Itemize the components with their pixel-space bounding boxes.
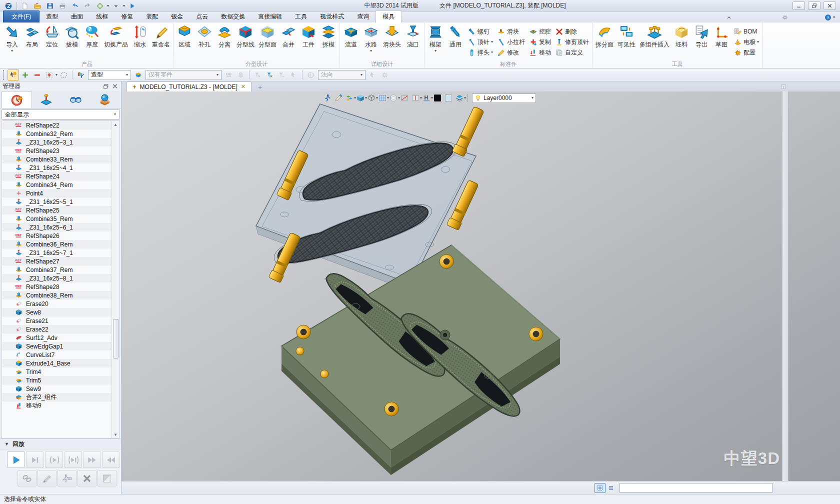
bell-icon[interactable] — [235, 70, 246, 80]
tree-item-Combine34_Rem[interactable]: Combine34_Rem — [2, 180, 112, 189]
manager-tab-assembly[interactable] — [32, 91, 62, 108]
collapse-ribbon-icon[interactable] — [724, 13, 734, 22]
ribbon-button-模架[interactable]: 模架▾ — [426, 22, 446, 60]
tree-item-Combine36_Rem[interactable]: Combine36_Rem — [2, 240, 112, 248]
tree-item-Combine35_Rem[interactable]: Combine35_Rem — [2, 214, 112, 223]
viewport-right-scrollbar[interactable] — [782, 92, 788, 481]
part-context-icon[interactable] — [132, 70, 144, 80]
tree-item-Erase21[interactable]: Erase21 — [2, 316, 112, 325]
tree-item-_Z31_16x25~5_1[interactable]: _Z31_16x25~5_1 — [2, 198, 112, 206]
ribbon-button-可见性[interactable]: 可见性 — [616, 22, 638, 60]
undo-icon[interactable] — [70, 1, 80, 11]
ribbon-button-浇口[interactable]: 浇口 — [403, 22, 423, 60]
tree-item-Surf12_Adv[interactable]: Surf12_Adv — [2, 334, 112, 342]
tree-item-Sew8[interactable]: Sew8 — [2, 308, 112, 316]
clip-b-button[interactable]: ▾ — [410, 93, 421, 103]
tree-item-移动9[interactable]: 移动9 — [2, 402, 112, 410]
tree-item-_Z31_16x25~6_1[interactable]: _Z31_16x25~6_1 — [2, 223, 112, 232]
tab-点云[interactable]: 点云 — [190, 11, 214, 22]
filter-color-icon[interactable] — [75, 70, 86, 80]
sphere-view-button[interactable]: ▾ — [388, 93, 399, 103]
ribbon-button-通用[interactable]: 通用 — [446, 22, 466, 60]
new-tab-button[interactable]: + — [254, 82, 266, 92]
clip-a-button[interactable] — [400, 93, 410, 103]
ribbon-button-删除[interactable]: 删除 — [555, 27, 589, 36]
ribbon-button-BOM[interactable]: BOM — [734, 27, 759, 36]
add-box-icon[interactable] — [44, 70, 55, 80]
play-button[interactable] — [7, 452, 25, 468]
tree-item-RefShape23[interactable]: REFRefShape23 — [2, 146, 112, 155]
filter-a-icon[interactable] — [252, 70, 264, 80]
save-icon[interactable] — [44, 1, 56, 11]
document-tab[interactable]: + MODELO_TUTORIAL.Z3 - [MOLDE] ✕ — [126, 82, 252, 92]
tree-item-Sew9[interactable]: Sew9 — [2, 384, 112, 393]
tree-item-Combine37_Rem[interactable]: Combine37_Rem — [2, 266, 112, 274]
debug-button[interactable] — [58, 470, 76, 486]
ribbon-button-导出[interactable]: 导出 — [692, 22, 712, 60]
half-section-button[interactable]: H▾ — [422, 93, 432, 103]
tree-item-Combine33_Rem[interactable]: Combine33_Rem — [2, 155, 112, 164]
del-x-button[interactable] — [78, 470, 96, 486]
tree-item-Erase22[interactable]: Erase22 — [2, 325, 112, 334]
manager-tab-glasses[interactable] — [61, 91, 90, 108]
ribbon-button-重命名[interactable]: 重命名 — [150, 22, 172, 60]
ribbon-button-工件[interactable]: 工件 — [298, 22, 318, 60]
lasso-icon[interactable] — [58, 70, 70, 80]
add-green-icon[interactable] — [20, 70, 31, 80]
min-button[interactable] — [792, 2, 805, 10]
tab-模具[interactable]: 模具 — [376, 10, 402, 23]
tab-修复[interactable]: 修复 — [114, 11, 140, 22]
ribbon-button-滑块[interactable]: 滑块 — [497, 27, 525, 36]
ribbon-button-合并[interactable]: 合并 — [278, 22, 298, 60]
panel-restore-icon[interactable] — [102, 83, 110, 90]
scroll-up-icon[interactable]: ▲ — [112, 121, 119, 128]
link-button[interactable] — [18, 470, 36, 486]
brush-button[interactable] — [334, 93, 344, 103]
viewport-canvas[interactable]: ▾▾▾▾▾▾H▾▾Layer0000▾ 中望3D — [122, 92, 840, 481]
ff-button[interactable] — [83, 452, 101, 468]
tree-item-RefShape27[interactable]: REFRefShape27 — [2, 257, 112, 266]
tree-item-_Z31_16x25~8_1[interactable]: _Z31_16x25~8_1 — [2, 274, 112, 282]
tree-item-Combine38_Rem[interactable]: Combine38_Rem — [2, 291, 112, 300]
solid-cube-button[interactable]: ▾ — [356, 93, 366, 103]
tab-装配[interactable]: 装配 — [140, 11, 164, 22]
layer-combo[interactable]: Layer0000▾ — [472, 94, 536, 103]
edit-button[interactable] — [38, 470, 56, 486]
app-logo-icon[interactable] — [3, 1, 14, 11]
ribbon-button-拔模[interactable]: 拔模 — [62, 22, 82, 60]
ribbon-button-配置[interactable]: 配置 — [734, 48, 759, 58]
paren-play2-button[interactable] — [64, 452, 82, 468]
tree-item-RefShape25[interactable]: REFRefShape25 — [2, 206, 112, 214]
filter-type-combo[interactable]: 造型▾ — [88, 70, 131, 80]
tree-item-SewEdgGap1[interactable]: SewEdgGap1 — [2, 342, 112, 350]
swatch-blue-button[interactable] — [444, 93, 454, 103]
ribbon-button-分离[interactable]: 分离 — [214, 22, 234, 60]
open-file-icon[interactable] — [32, 1, 43, 11]
tree-item-合并2_组件[interactable]: 合并2_组件 — [2, 393, 112, 402]
quick-menu-icon[interactable] — [110, 1, 122, 11]
tab-工具[interactable]: 工具 — [288, 11, 314, 22]
drag-handle[interactable] — [3, 70, 6, 80]
tab-造型[interactable]: 造型 — [40, 11, 64, 22]
tab-close-icon[interactable]: ✕ — [241, 84, 246, 90]
ribbon-button-切换产品[interactable]: 切换产品 — [102, 22, 130, 60]
ribbon-button-分型面[interactable]: 分型面 — [256, 22, 278, 60]
window-layout-icon[interactable] — [780, 82, 788, 90]
ribbon-button-顶针[interactable]: 顶针▾ — [468, 38, 493, 47]
paren-play-button[interactable] — [45, 452, 63, 468]
close-button[interactable] — [824, 2, 836, 10]
print-icon[interactable] — [57, 1, 68, 11]
tab-曲面[interactable]: 曲面 — [64, 11, 90, 22]
manager-tab-layers-tab[interactable] — [90, 91, 120, 108]
tree-item-_Z31_16x25~4_1[interactable]: _Z31_16x25~4_1 — [2, 164, 112, 172]
pick-arrow-icon[interactable] — [288, 70, 300, 80]
pick-arrow-icon[interactable] — [367, 70, 378, 80]
tab-数据交换[interactable]: 数据交换 — [214, 11, 252, 22]
rew-button[interactable] — [102, 452, 120, 468]
run-icon[interactable] — [126, 1, 138, 11]
ribbon-button-厚度[interactable]: ?厚度 — [82, 22, 102, 60]
pick-entity-icon[interactable] — [8, 70, 19, 80]
filter-c-icon[interactable] — [276, 70, 288, 80]
help-icon[interactable]: ? — [823, 13, 833, 22]
ribbon-button-修改[interactable]: 修改 — [497, 48, 525, 58]
